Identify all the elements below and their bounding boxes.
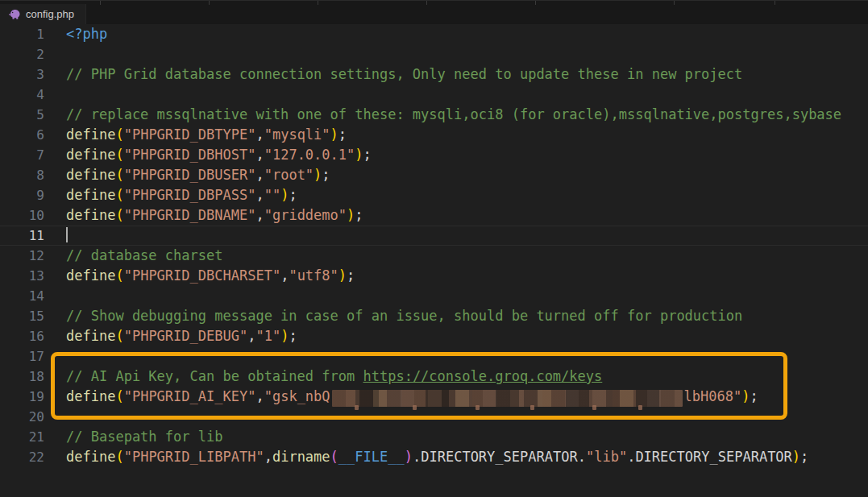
code-content: define("PHPGRID_DBUSER","root"); xyxy=(66,165,868,185)
code-line-6[interactable]: 6define("PHPGRID_DBTYPE","mysqli"); xyxy=(0,125,868,145)
token-func: define xyxy=(66,187,115,203)
token-p1: ) xyxy=(792,449,800,465)
token-pun: ; xyxy=(322,167,330,183)
token-func: define xyxy=(66,388,115,404)
token-p1: ) xyxy=(314,167,322,183)
code-content: // AI Api Key, Can be obtained from http… xyxy=(66,367,868,387)
line-number: 1 xyxy=(0,24,44,44)
tab-divider xyxy=(535,1,536,5)
token-str: lbH068" xyxy=(684,388,742,404)
token-p1: ) xyxy=(330,126,338,143)
token-str: "gsk_nbQ xyxy=(264,388,330,404)
code-line-21[interactable]: 21// Basepath for lib xyxy=(0,427,868,447)
token-str: "PHPGRID_LIBPATH" xyxy=(124,449,264,465)
code-content xyxy=(66,286,868,306)
token-tag: <?php xyxy=(66,26,107,42)
token-pun: ; xyxy=(347,267,355,284)
code-content: define("PHPGRID_DEBUG","1"); xyxy=(66,326,868,346)
token-pun: ; xyxy=(800,449,808,465)
line-number: 12 xyxy=(0,246,44,266)
token-p1: ( xyxy=(115,207,123,223)
code-content xyxy=(66,85,868,105)
tab-divider xyxy=(100,1,101,5)
code-content: <?php xyxy=(66,24,868,44)
token-pun: , xyxy=(255,167,264,183)
tab-title: config.php xyxy=(26,8,74,20)
code-line-3[interactable]: 3// PHP Grid database connection setting… xyxy=(0,64,868,85)
token-pun: , xyxy=(280,267,289,284)
token-pun: . xyxy=(578,449,586,465)
token-str: "" xyxy=(264,187,280,203)
comment-link[interactable]: https://console.groq.com/keys xyxy=(363,368,602,384)
code-editor[interactable]: 1<?php23// PHP Grid database connection … xyxy=(0,24,868,467)
line-number: 14 xyxy=(0,286,44,306)
code-line-13[interactable]: 13define("PHPGRID_DBCHARSET","utf8"); xyxy=(0,266,868,286)
code-line-16[interactable]: 16define("PHPGRID_DEBUG","1"); xyxy=(0,326,868,346)
token-str: "mysqli" xyxy=(264,126,330,143)
token-p1: ) xyxy=(280,187,289,203)
token-p1: ) xyxy=(347,207,355,223)
token-pun: , xyxy=(255,388,264,404)
code-line-4[interactable]: 4 xyxy=(0,85,868,105)
code-line-1[interactable]: 1<?php xyxy=(0,24,868,44)
code-content: // replace mssqlnative with one of these… xyxy=(66,105,868,125)
code-line-2[interactable]: 2 xyxy=(0,44,868,64)
token-str: "1" xyxy=(255,328,280,344)
php-elephant-icon xyxy=(8,9,21,20)
token-pun: , xyxy=(255,187,264,203)
tab-config-php[interactable]: config.php xyxy=(0,4,86,24)
code-line-11[interactable]: 11 xyxy=(0,226,868,246)
token-p2: ) xyxy=(405,449,413,465)
token-str: "PHPGRID_DBNAME" xyxy=(124,207,256,223)
token-pun: . xyxy=(627,449,635,465)
token-pun: DIRECTORY_SEPARATOR xyxy=(421,449,577,465)
code-line-8[interactable]: 8define("PHPGRID_DBUSER","root"); xyxy=(0,165,868,185)
code-line-20[interactable]: 20 xyxy=(0,407,868,427)
token-func: define xyxy=(66,449,115,465)
redacted-api-key xyxy=(332,390,683,407)
token-str: "lib" xyxy=(586,449,627,465)
line-number: 21 xyxy=(0,427,44,447)
code-content: define("PHPGRID_LIBPATH",dirname(__FILE_… xyxy=(66,447,868,467)
line-number: 3 xyxy=(0,64,44,85)
code-content: define("PHPGRID_AI_KEY","gsk_nbQlbH068")… xyxy=(66,387,868,407)
token-func: define xyxy=(66,328,115,344)
code-content xyxy=(66,226,868,246)
token-str: "PHPGRID_DBPASS" xyxy=(124,187,256,203)
code-line-22[interactable]: 22define("PHPGRID_LIBPATH",dirname(__FIL… xyxy=(0,447,868,467)
code-content: define("PHPGRID_DBHOST","127.0.0.1"); xyxy=(66,145,868,165)
code-line-18[interactable]: 18// AI Api Key, Can be obtained from ht… xyxy=(0,367,868,387)
token-func: define xyxy=(66,207,115,223)
code-line-17[interactable]: 17 xyxy=(0,346,868,367)
code-line-5[interactable]: 5// replace mssqlnative with one of thes… xyxy=(0,105,868,125)
token-comment: // replace mssqlnative with one of these… xyxy=(66,106,841,122)
token-str: "127.0.0.1" xyxy=(264,147,355,163)
code-content xyxy=(66,407,868,427)
token-func: define xyxy=(66,167,115,183)
token-p1: ) xyxy=(355,147,363,163)
code-line-12[interactable]: 12// database charset xyxy=(0,246,868,266)
code-content: define("PHPGRID_DBCHARSET","utf8"); xyxy=(66,266,868,286)
code-line-7[interactable]: 7define("PHPGRID_DBHOST","127.0.0.1"); xyxy=(0,145,868,165)
token-pun: DIRECTORY_SEPARATOR xyxy=(635,449,791,465)
line-number: 22 xyxy=(0,447,44,467)
token-p2: ( xyxy=(330,449,338,465)
token-str: "PHPGRID_DEBUG" xyxy=(124,328,248,344)
token-p1: ( xyxy=(115,167,123,183)
code-content: define("PHPGRID_DBTYPE","mysqli"); xyxy=(66,125,868,145)
tab-divider xyxy=(209,1,210,5)
code-line-9[interactable]: 9define("PHPGRID_DBPASS",""); xyxy=(0,185,868,205)
line-number: 7 xyxy=(0,145,44,165)
code-line-19[interactable]: 19define("PHPGRID_AI_KEY","gsk_nbQlbH068… xyxy=(0,387,868,407)
code-line-10[interactable]: 10define("PHPGRID_DBNAME","griddemo"); xyxy=(0,205,868,226)
token-pun: , xyxy=(255,147,264,163)
token-p1: ( xyxy=(115,126,123,143)
token-str: "PHPGRID_DBHOST" xyxy=(124,147,256,163)
token-p1: ( xyxy=(115,388,123,404)
token-pun: , xyxy=(255,207,264,223)
token-str: "utf8" xyxy=(289,267,338,284)
code-line-15[interactable]: 15// Show debugging message in case of a… xyxy=(0,306,868,326)
code-line-14[interactable]: 14 xyxy=(0,286,868,306)
code-content xyxy=(66,44,868,64)
token-p1: ) xyxy=(741,388,750,404)
